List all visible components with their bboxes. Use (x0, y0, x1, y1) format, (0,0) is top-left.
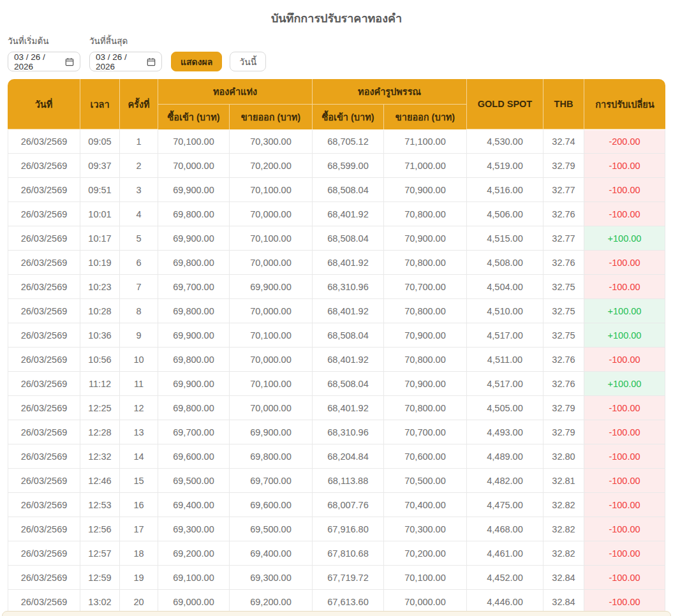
today-button[interactable]: วันนี้ (230, 52, 266, 71)
cell-gold-spot: 4,510.00 (467, 299, 544, 323)
col-header-date: วันที่ (8, 79, 80, 129)
cell-change: +100.00 (584, 226, 665, 251)
cell-date: 26/03/2569 (8, 372, 80, 396)
cell-time: 10:19 (80, 251, 120, 275)
col-group-gold-bar: ทองคำแท่ง (158, 79, 313, 105)
cell-thb: 32.82 (544, 493, 584, 517)
cell-bar-sell: 69,800.00 (230, 444, 313, 469)
end-date-input[interactable]: 03 / 26 / 2026 (89, 52, 162, 71)
calendar-icon[interactable] (147, 57, 156, 66)
cell-ornament-sell: 70,700.00 (384, 275, 467, 299)
cell-bar-buy: 69,300.00 (158, 517, 230, 541)
cell-gold-spot: 4,517.00 (467, 372, 544, 396)
cell-date: 26/03/2569 (8, 178, 80, 202)
col-header-ornament-sell: ขายออก (บาท) (384, 105, 467, 129)
cell-round: 2 (120, 154, 158, 178)
cell-change: +100.00 (584, 372, 665, 396)
end-date-label: วันที่สิ้นสุด (89, 34, 162, 48)
cell-ornament-buy: 68,401.92 (313, 251, 384, 275)
show-results-button[interactable]: แสดงผล (171, 52, 222, 71)
cell-date: 26/03/2569 (8, 517, 80, 541)
cell-time: 12:56 (80, 517, 120, 541)
cell-date: 26/03/2569 (8, 202, 80, 226)
cell-bar-sell: 70,100.00 (230, 323, 313, 348)
cell-round: 18 (120, 541, 158, 566)
table-row: 26/03/2569 10:56 10 69,800.00 70,000.00 … (8, 348, 665, 372)
cell-gold-spot: 4,508.00 (467, 251, 544, 275)
cell-ornament-sell: 70,100.00 (384, 566, 467, 590)
table-row: 26/03/2569 10:19 6 69,800.00 70,000.00 6… (8, 251, 665, 275)
col-header-ornament-buy: ซื้อเข้า (บาท) (313, 105, 384, 129)
cell-ornament-sell: 70,800.00 (384, 202, 467, 226)
cell-thb: 32.80 (544, 444, 584, 469)
cell-time: 12:59 (80, 566, 120, 590)
cell-bar-buy: 70,100.00 (158, 129, 230, 154)
cell-change: -100.00 (584, 541, 665, 566)
cell-date: 26/03/2569 (8, 348, 80, 372)
cell-round: 9 (120, 323, 158, 348)
table-row: 26/03/2569 10:28 8 69,800.00 70,000.00 6… (8, 299, 665, 323)
cell-bar-sell: 70,100.00 (230, 226, 313, 251)
cell-gold-spot: 4,504.00 (467, 275, 544, 299)
cell-ornament-sell: 70,900.00 (384, 226, 467, 251)
cell-bar-buy: 70,000.00 (158, 154, 230, 178)
start-date-label: วันที่เริ่มต้น (8, 34, 80, 48)
table-row: 26/03/2569 09:37 2 70,000.00 70,200.00 6… (8, 154, 665, 178)
cell-change: +100.00 (584, 299, 665, 323)
cell-bar-sell: 69,500.00 (230, 517, 313, 541)
cell-bar-buy: 69,100.00 (158, 566, 230, 590)
cell-ornament-sell: 70,200.00 (384, 541, 467, 566)
col-header-change: การปรับเปลี่ยน (584, 79, 665, 129)
cell-bar-sell: 69,400.00 (230, 541, 313, 566)
col-header-thb: THB (544, 79, 584, 129)
cell-bar-sell: 70,000.00 (230, 396, 313, 420)
table-body: 26/03/2569 09:05 1 70,100.00 70,300.00 6… (8, 129, 665, 614)
cell-ornament-buy: 67,916.80 (313, 517, 384, 541)
cell-bar-buy: 69,800.00 (158, 299, 230, 323)
cell-date: 26/03/2569 (8, 154, 80, 178)
cell-ornament-buy: 68,310.96 (313, 420, 384, 444)
cell-bar-buy: 69,900.00 (158, 178, 230, 202)
table-row: 26/03/2569 10:23 7 69,700.00 69,900.00 6… (8, 275, 665, 299)
cell-bar-sell: 69,600.00 (230, 493, 313, 517)
cell-thb: 32.77 (544, 178, 584, 202)
start-date-input[interactable]: 03 / 26 / 2026 (8, 52, 80, 71)
cell-bar-sell: 70,100.00 (230, 372, 313, 396)
cell-time: 10:56 (80, 348, 120, 372)
cell-time: 12:32 (80, 444, 120, 469)
cell-ornament-sell: 70,800.00 (384, 396, 467, 420)
cell-gold-spot: 4,515.00 (467, 226, 544, 251)
cell-bar-buy: 69,900.00 (158, 323, 230, 348)
gold-price-page: บันทึกการปรับราคาทองคำ วันที่เริ่มต้น 03… (0, 0, 673, 616)
table-row: 26/03/2569 12:56 17 69,300.00 69,500.00 … (8, 517, 665, 541)
calendar-icon[interactable] (65, 57, 74, 66)
cell-bar-sell: 70,000.00 (230, 202, 313, 226)
table-row: 26/03/2569 10:17 5 69,900.00 70,100.00 6… (8, 226, 665, 251)
cell-round: 5 (120, 226, 158, 251)
cell-bar-buy: 69,700.00 (158, 420, 230, 444)
cell-ornament-buy: 68,508.04 (313, 226, 384, 251)
cell-ornament-sell: 70,600.00 (384, 444, 467, 469)
cell-time: 12:25 (80, 396, 120, 420)
cell-bar-buy: 69,900.00 (158, 226, 230, 251)
cell-round: 17 (120, 517, 158, 541)
cell-bar-buy: 69,600.00 (158, 444, 230, 469)
table-row: 26/03/2569 11:12 11 69,900.00 70,100.00 … (8, 372, 665, 396)
cell-ornament-buy: 68,508.04 (313, 323, 384, 348)
cell-gold-spot: 4,493.00 (467, 420, 544, 444)
cell-bar-sell: 70,000.00 (230, 299, 313, 323)
cell-thb: 32.76 (544, 251, 584, 275)
cell-ornament-buy: 68,401.92 (313, 202, 384, 226)
cell-thb: 32.75 (544, 299, 584, 323)
cell-ornament-buy: 68,401.92 (313, 299, 384, 323)
cell-ornament-sell: 70,900.00 (384, 178, 467, 202)
cell-time: 11:12 (80, 372, 120, 396)
cell-bar-sell: 69,300.00 (230, 566, 313, 590)
cell-date: 26/03/2569 (8, 275, 80, 299)
cell-ornament-buy: 68,401.92 (313, 396, 384, 420)
cell-time: 09:51 (80, 178, 120, 202)
cell-date: 26/03/2569 (8, 323, 80, 348)
cell-round: 13 (120, 420, 158, 444)
cell-thb: 32.82 (544, 541, 584, 566)
cell-round: 4 (120, 202, 158, 226)
